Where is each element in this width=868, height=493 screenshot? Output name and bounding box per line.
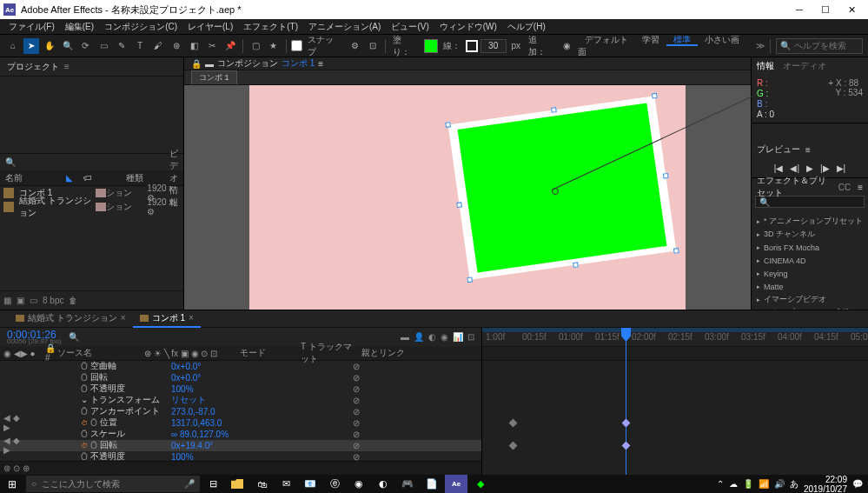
- property-row[interactable]: Ö 回転0x+0.0°⊘: [0, 372, 481, 383]
- bin-icon[interactable]: ▣: [17, 296, 24, 305]
- app-icon[interactable]: 🎮: [396, 475, 419, 493]
- property-row[interactable]: ⌄ トランスフォームリセット⊘: [0, 395, 481, 406]
- menu-item[interactable]: アニメーション(A): [303, 21, 386, 33]
- folder-icon[interactable]: ▭: [30, 296, 37, 305]
- play-button[interactable]: ▶: [806, 163, 813, 173]
- info-tab[interactable]: 情報: [757, 60, 774, 72]
- close-button[interactable]: ✕: [838, 0, 865, 19]
- timeline-tab[interactable]: 結婚式 トランジション ×: [9, 310, 133, 328]
- snap-checkbox[interactable]: [291, 40, 302, 51]
- ime-icon[interactable]: あ: [790, 478, 798, 490]
- roto-tool[interactable]: ✂: [204, 38, 220, 54]
- draft-3d-icon[interactable]: ⊡: [467, 332, 474, 342]
- comp-subtab[interactable]: コンポ 1: [191, 70, 237, 84]
- add-button[interactable]: ◉: [560, 38, 575, 54]
- timeline-tab[interactable]: コンポ 1 ×: [133, 310, 201, 328]
- tray-chevron-icon[interactable]: ⌃: [717, 479, 724, 489]
- menu-item[interactable]: ファイル(F): [3, 21, 60, 33]
- zoom-tool[interactable]: 🔍: [60, 38, 76, 54]
- property-row[interactable]: Ö スケール∞ 89.0,127.0%⊘: [0, 429, 481, 440]
- volume-icon[interactable]: 🔊: [774, 479, 785, 489]
- pen-tool[interactable]: ✎: [114, 38, 129, 54]
- project-item[interactable]: 結婚式 トランジションション1920 x ⚙: [0, 200, 183, 214]
- brush-tool[interactable]: 🖌: [150, 38, 166, 54]
- app-icon[interactable]: ◐: [372, 475, 394, 493]
- effect-category[interactable]: 3D チャンネル: [752, 228, 868, 241]
- shape-layer[interactable]: [448, 96, 677, 280]
- maximize-button[interactable]: ☐: [812, 0, 838, 19]
- next-frame-button[interactable]: |▶: [820, 163, 830, 173]
- panel-menu-icon[interactable]: ≡: [64, 62, 70, 71]
- menu-item[interactable]: レイヤー(L): [182, 21, 238, 33]
- menu-item[interactable]: 編集(E): [60, 21, 99, 33]
- help-search-input[interactable]: [794, 41, 864, 50]
- shy-icon[interactable]: 👤: [414, 332, 424, 342]
- rect-tool[interactable]: ▭: [96, 38, 111, 54]
- toggle-switches-icon[interactable]: ⊛ ⊙ ⊕: [3, 463, 30, 473]
- first-frame-button[interactable]: |◀: [774, 163, 784, 173]
- star-tool[interactable]: ★: [266, 38, 282, 54]
- motion-blur-icon[interactable]: ◉: [441, 332, 448, 342]
- puppet-tool[interactable]: 📌: [222, 38, 238, 54]
- task-view-icon[interactable]: ⊟: [202, 475, 224, 493]
- mail-icon[interactable]: ✉: [275, 475, 297, 493]
- effect-category[interactable]: イマーシブビデオ: [752, 293, 868, 306]
- hand-tool[interactable]: ✋: [42, 38, 57, 54]
- help-search[interactable]: 🔍: [776, 38, 863, 54]
- interpret-icon[interactable]: ▦: [3, 296, 11, 305]
- search-icon[interactable]: 🔍: [69, 332, 79, 342]
- orbit-tool[interactable]: ⟳: [77, 38, 93, 54]
- fill-swatch[interactable]: [424, 39, 438, 53]
- ie-icon[interactable]: ⓔ: [323, 475, 346, 493]
- project-tab[interactable]: プロジェクト≡: [0, 57, 183, 77]
- store-icon[interactable]: 🛍: [250, 475, 273, 493]
- selection-tool[interactable]: ➤: [23, 38, 39, 54]
- property-row[interactable]: Ö 空曲軸0x+0.0°⊘: [0, 361, 481, 372]
- clock-date[interactable]: 2019/10/27: [804, 484, 847, 494]
- notification-icon[interactable]: 💬: [852, 479, 863, 489]
- start-button[interactable]: ⊞: [0, 475, 24, 493]
- effect-category[interactable]: CINEMA 4D: [752, 254, 868, 267]
- time-ruler[interactable]: 1:00f00:15f01:00f01:15f02:00f02:15f03:00…: [482, 328, 868, 347]
- property-row[interactable]: Ö アンカーポイント273.0,-87.0⊘: [0, 406, 481, 417]
- effect-category[interactable]: Boris FX Mocha: [752, 241, 868, 254]
- comp-viewer[interactable]: [184, 85, 751, 313]
- app-icon[interactable]: ◆: [469, 475, 492, 493]
- close-icon[interactable]: ×: [189, 313, 194, 323]
- menu-item[interactable]: ヘルプ(H): [502, 21, 551, 33]
- snap-opt-icon[interactable]: ⚙: [348, 38, 363, 54]
- property-row[interactable]: ◀ ◆ ▶⏱ Ö 回転0x+19.4.0°⊘: [0, 440, 481, 451]
- workspace-tab[interactable]: 学習: [635, 35, 666, 44]
- app-icon[interactable]: 📧: [299, 475, 321, 493]
- ae-taskbar-icon[interactable]: Ae: [445, 475, 467, 493]
- project-search[interactable]: 🔍: [0, 153, 183, 170]
- menu-item[interactable]: ウィンドウ(W): [434, 21, 502, 33]
- workspace-tab[interactable]: デフォルト: [578, 35, 635, 44]
- eraser-tool[interactable]: ◧: [187, 38, 202, 54]
- property-row[interactable]: Ö 不透明度100%⊘: [0, 451, 481, 461]
- app-icon[interactable]: 📄: [421, 475, 443, 493]
- comp-mini-icon[interactable]: ▬: [401, 332, 409, 342]
- last-frame-button[interactable]: ▶|: [837, 163, 846, 173]
- chrome-icon[interactable]: ◉: [348, 475, 370, 493]
- cloud-icon[interactable]: ☁: [729, 479, 738, 489]
- taskbar-search[interactable]: ○ ここに入力して検索 🎤: [26, 476, 200, 492]
- clone-tool[interactable]: ⊛: [169, 38, 184, 54]
- workspace-tab[interactable]: 標準: [666, 35, 698, 46]
- explorer-icon[interactable]: [226, 475, 248, 493]
- stroke-width-input[interactable]: 30: [480, 39, 507, 53]
- stroke-swatch[interactable]: [466, 40, 478, 52]
- anchor-point-icon[interactable]: [552, 188, 559, 195]
- effect-category[interactable]: Matte: [752, 280, 868, 293]
- lock-icon[interactable]: 🔒: [191, 59, 202, 69]
- comp-tab[interactable]: 🔒 ▬ コンポジション コンポ 1 ≡: [184, 57, 751, 70]
- graph-icon[interactable]: 📊: [453, 332, 463, 342]
- prev-frame-button[interactable]: ◀|: [790, 163, 799, 173]
- property-row[interactable]: Ö 不透明度100%⊘: [0, 383, 481, 395]
- frame-blend-icon[interactable]: ◐: [428, 332, 436, 342]
- home-icon[interactable]: ⌂: [5, 38, 21, 54]
- type-tool[interactable]: T: [132, 38, 148, 54]
- close-icon[interactable]: ×: [121, 313, 126, 323]
- effect-category[interactable]: Keying: [752, 267, 868, 280]
- effect-category[interactable]: * アニメーションプリセット: [752, 215, 868, 228]
